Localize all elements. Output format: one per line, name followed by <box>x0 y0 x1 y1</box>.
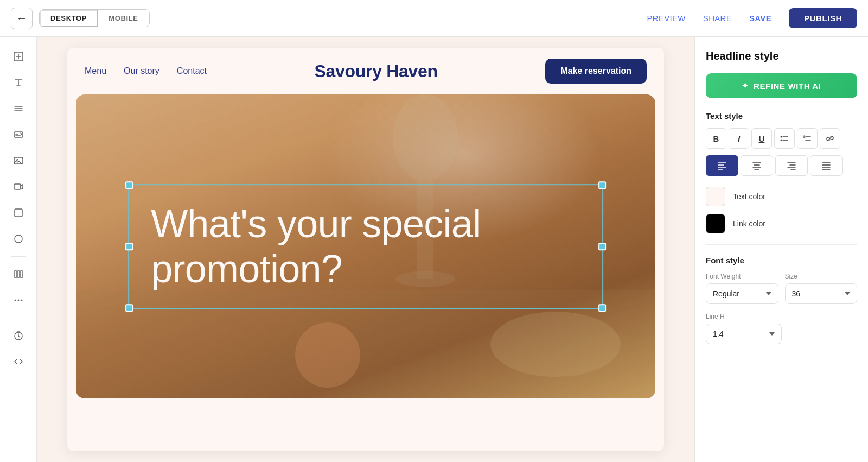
svg-point-6 <box>15 235 22 243</box>
resize-handle-mr[interactable] <box>598 243 606 250</box>
italic-button[interactable]: I <box>729 128 749 149</box>
text-color-row: Text color <box>706 187 857 206</box>
svg-rect-8 <box>17 271 20 277</box>
code-icon[interactable] <box>8 351 29 372</box>
make-reservation-button[interactable]: Make reservation <box>545 59 647 84</box>
video-icon[interactable] <box>8 176 29 198</box>
back-button[interactable]: ← <box>11 8 33 29</box>
underline-button[interactable]: U <box>751 128 772 149</box>
back-icon: ← <box>16 12 27 24</box>
publish-button[interactable]: PUBLISH <box>789 8 857 28</box>
ai-icon: ✦ <box>742 81 749 91</box>
canvas-area: Menu Our story Contact Savoury Haven Mak… <box>37 37 694 462</box>
link-color-row: Link color <box>706 214 857 233</box>
hero-headline[interactable]: What's your special promotion? <box>151 201 580 292</box>
svg-point-12 <box>21 300 22 301</box>
svg-rect-2 <box>14 157 23 164</box>
font-size-select[interactable]: 36 12 14 16 18 24 28 32 40 48 56 64 72 <box>785 283 858 304</box>
text-format-toolbar: B I U <box>706 128 857 149</box>
view-toggle: DESKTOP MOBILE <box>39 9 150 27</box>
link-button[interactable] <box>820 128 840 149</box>
website-frame: Menu Our story Contact Savoury Haven Mak… <box>67 48 664 451</box>
align-center-button[interactable] <box>741 155 773 176</box>
resize-handle-tl[interactable] <box>125 181 133 189</box>
circle-icon[interactable] <box>8 228 29 250</box>
share-link[interactable]: SHARE <box>703 14 732 23</box>
align-justify-button[interactable] <box>810 155 843 176</box>
font-style-section-label: Font style <box>706 256 857 265</box>
font-size-label: Size <box>785 273 858 280</box>
left-sidebar <box>0 37 37 462</box>
bold-button[interactable]: B <box>706 128 726 149</box>
mobile-view-button[interactable]: MOBILE <box>98 10 149 27</box>
hero-container: What's your special promotion? <box>76 94 655 398</box>
brand-name: Savoury Haven <box>207 61 545 81</box>
topbar-right: PREVIEW SHARE SAVE PUBLISH <box>647 8 857 28</box>
menu-nav-link[interactable]: Menu <box>85 66 106 76</box>
preview-link[interactable]: PREVIEW <box>647 14 686 23</box>
refine-ai-label: REFINE WITH AI <box>754 81 821 91</box>
save-button[interactable]: SAVE <box>749 14 771 23</box>
contact-nav-link[interactable]: Contact <box>177 66 207 76</box>
font-weight-label: Font Weight <box>706 273 778 280</box>
bullet-list-button[interactable] <box>774 128 795 149</box>
svg-point-18 <box>295 322 360 388</box>
right-panel: Headline style ✦ REFINE WITH AI Text sty… <box>694 37 868 462</box>
hero-text-box[interactable]: What's your special promotion? <box>128 184 603 309</box>
svg-rect-4 <box>14 184 21 189</box>
resize-handle-bl[interactable] <box>125 304 133 312</box>
resize-handle-tr[interactable] <box>598 181 606 189</box>
text-color-label: Text color <box>733 192 765 201</box>
sidebar-divider-1 <box>11 256 26 257</box>
ordered-list-button[interactable] <box>797 128 818 149</box>
refine-ai-button[interactable]: ✦ REFINE WITH AI <box>706 73 857 98</box>
box-icon[interactable] <box>8 202 29 224</box>
our-story-nav-link[interactable]: Our story <box>124 66 159 76</box>
sidebar-divider-2 <box>11 318 26 318</box>
line-height-label: Line H <box>706 313 857 320</box>
svg-point-19 <box>490 312 621 377</box>
topbar-left: ← DESKTOP MOBILE <box>11 8 150 29</box>
add-section-icon[interactable] <box>8 46 29 67</box>
columns-icon[interactable] <box>8 263 29 285</box>
svg-rect-5 <box>15 209 22 217</box>
font-style-grid: Font Weight Regular Thin Light Medium Se… <box>706 273 857 304</box>
alignment-toolbar <box>706 155 857 176</box>
topbar: ← DESKTOP MOBILE PREVIEW SHARE SAVE PUBL… <box>0 0 868 37</box>
site-nav: Menu Our story Contact Savoury Haven Mak… <box>67 48 664 94</box>
svg-rect-9 <box>20 271 23 277</box>
panel-divider <box>706 244 857 245</box>
svg-point-11 <box>17 300 19 301</box>
svg-point-14 <box>393 94 458 181</box>
align-left-button[interactable] <box>706 155 738 176</box>
link-color-swatch[interactable] <box>706 214 725 233</box>
caption-icon[interactable] <box>8 124 29 145</box>
svg-point-3 <box>16 159 17 161</box>
desktop-view-button[interactable]: DESKTOP <box>40 10 98 27</box>
dots-icon[interactable] <box>8 289 29 311</box>
layout-icon[interactable] <box>8 98 29 119</box>
svg-point-10 <box>14 300 16 301</box>
font-size-field: Size 36 12 14 16 18 24 28 32 40 48 56 64… <box>785 273 858 304</box>
line-height-section: Line H 1.4 1.0 1.1 1.2 1.3 1.5 1.6 1.8 2… <box>706 313 857 344</box>
svg-point-20 <box>781 136 782 138</box>
text-style-section-label: Text style <box>706 111 857 121</box>
resize-handle-ml[interactable] <box>125 243 133 250</box>
main-layout: Menu Our story Contact Savoury Haven Mak… <box>0 37 868 462</box>
font-weight-select[interactable]: Regular Thin Light Medium Semi Bold Bold… <box>706 283 778 304</box>
panel-title: Headline style <box>706 50 857 62</box>
font-weight-field: Font Weight Regular Thin Light Medium Se… <box>706 273 778 304</box>
line-height-select[interactable]: 1.4 1.0 1.1 1.2 1.3 1.5 1.6 1.8 2.0 <box>706 324 782 344</box>
timer-icon[interactable] <box>8 325 29 346</box>
text-color-swatch[interactable] <box>706 187 725 206</box>
align-right-button[interactable] <box>775 155 808 176</box>
nav-links: Menu Our story Contact <box>85 66 207 76</box>
resize-handle-br[interactable] <box>598 304 606 312</box>
text-icon[interactable] <box>8 72 29 93</box>
svg-point-21 <box>781 140 782 141</box>
image-icon[interactable] <box>8 150 29 172</box>
link-color-label: Link color <box>733 219 765 228</box>
svg-rect-7 <box>14 271 17 277</box>
